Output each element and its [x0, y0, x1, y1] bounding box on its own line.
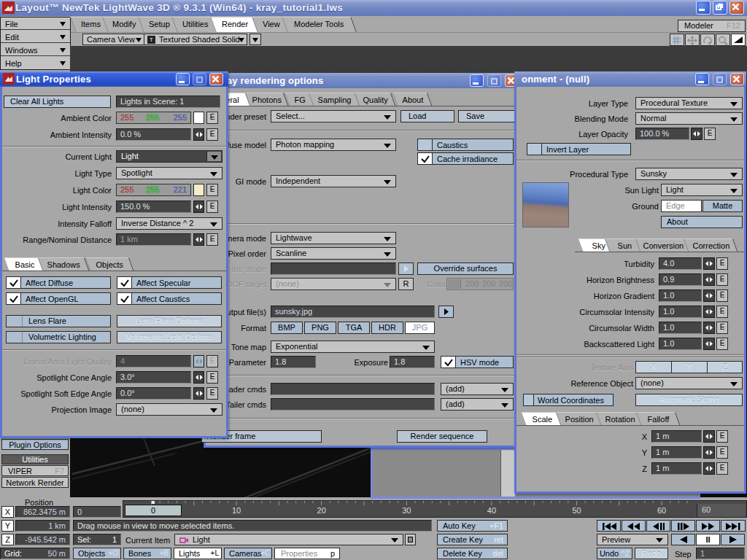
svg-text:40: 40	[487, 506, 496, 515]
svg-text:50: 50	[572, 506, 581, 515]
svg-text:10: 10	[232, 506, 241, 515]
svg-text:60: 60	[657, 506, 666, 515]
svg-text:30: 30	[402, 506, 411, 515]
svg-text:20: 20	[317, 506, 326, 515]
